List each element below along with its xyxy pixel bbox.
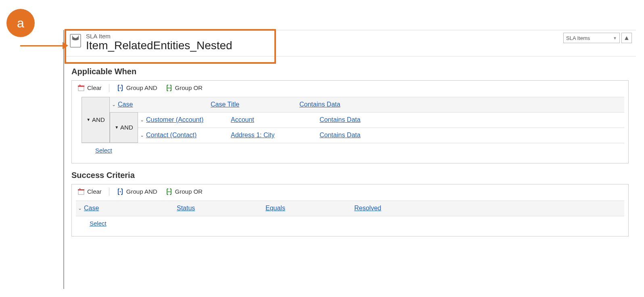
applicable-when-conditions: ▼ AND ⌄ Case Case Title	[72, 95, 628, 163]
entity-type-label: SLA Item	[86, 33, 232, 40]
group-or-icon	[165, 188, 173, 195]
success-criteria-section: Success Criteria Clear Group AND Group O…	[64, 167, 636, 240]
select-row: Select	[76, 216, 624, 230]
group-and-icon	[117, 84, 124, 92]
callout-arrow-head	[63, 42, 68, 49]
operator-link[interactable]: Equals	[266, 205, 354, 212]
callout-arrow-line	[20, 45, 67, 46]
callout-badge: a	[6, 9, 35, 37]
group-or-button[interactable]: Group OR	[162, 186, 206, 197]
clear-label: Clear	[87, 188, 102, 195]
condition-tree: ▼ AND ⌄ Case Case Title	[82, 97, 624, 143]
clear-button[interactable]: Clear	[74, 186, 105, 197]
toolbar-separator	[109, 84, 109, 92]
group-and-label: Group AND	[126, 84, 157, 91]
caret-down-icon: ▼	[115, 125, 119, 130]
svg-rect-7	[78, 190, 84, 195]
success-criteria-toolbar: Clear Group AND Group OR	[72, 184, 628, 199]
svg-point-4	[119, 87, 121, 88]
group-or-button[interactable]: Group OR	[162, 82, 206, 94]
field-link[interactable]: Status	[177, 205, 266, 212]
record-header: SLA Item Item_RelatedEntities_Nested SLA…	[64, 30, 636, 56]
app-frame: SLA Item Item_RelatedEntities_Nested SLA…	[63, 30, 636, 289]
entity-link[interactable]: Customer (Account)	[146, 116, 231, 123]
svg-rect-2	[78, 86, 84, 91]
arrow-up-icon: ▲	[623, 34, 630, 42]
svg-rect-8	[78, 189, 84, 190]
header-text: SLA Item Item_RelatedEntities_Nested	[86, 33, 232, 52]
success-criteria-conditions: ⌄ Case Status Equals Resolved Select	[72, 199, 628, 236]
group-and-button[interactable]: Group AND	[113, 82, 161, 94]
callout-letter: a	[17, 16, 24, 31]
entity-icon	[68, 33, 83, 48]
operator-link[interactable]: Contains Data	[299, 101, 388, 108]
value-link[interactable]: Resolved	[354, 205, 443, 212]
inner-and-label: AND	[120, 124, 133, 131]
entity-link[interactable]: Case	[118, 101, 211, 108]
condition-row-case: ⌄ Case Case Title Contains Data	[110, 97, 624, 112]
select-link[interactable]: Select	[90, 220, 107, 227]
svg-point-5	[167, 87, 169, 88]
clear-icon	[77, 84, 85, 92]
group-or-label: Group OR	[175, 188, 203, 195]
clear-icon	[77, 188, 85, 195]
group-or-label: Group OR	[175, 84, 203, 91]
condition-row-contact: ⌄ Contact (Contact) Address 1: City Cont…	[138, 128, 624, 143]
operator-link[interactable]: Contains Data	[320, 132, 408, 139]
chevron-down-icon[interactable]: ⌄	[138, 132, 146, 138]
success-criteria-panel: Clear Group AND Group OR ⌄ Case Status E…	[71, 184, 629, 236]
svg-point-11	[169, 191, 170, 192]
navigate-up-button[interactable]: ▲	[621, 33, 632, 43]
navigator-selected-label: SLA Items	[566, 35, 590, 41]
group-and-button[interactable]: Group AND	[113, 186, 161, 197]
svg-rect-3	[78, 86, 84, 87]
success-criteria-title: Success Criteria	[71, 171, 629, 180]
svg-point-9	[119, 191, 121, 192]
inner-and-group[interactable]: ▼ AND	[110, 112, 138, 143]
entity-link[interactable]: Contact (Contact)	[146, 132, 231, 139]
field-link[interactable]: Account	[231, 116, 320, 123]
caret-down-icon: ▼	[86, 117, 90, 122]
outer-and-group[interactable]: ▼ AND	[82, 97, 110, 143]
outer-and-label: AND	[92, 116, 105, 123]
record-title: Item_RelatedEntities_Nested	[86, 40, 232, 52]
svg-point-10	[167, 191, 169, 192]
svg-point-1	[75, 36, 77, 38]
clear-button[interactable]: Clear	[74, 82, 105, 94]
entity-link[interactable]: Case	[84, 205, 177, 212]
svg-point-6	[169, 87, 170, 88]
group-or-icon	[165, 84, 173, 92]
chevron-down-icon[interactable]: ⌄	[110, 102, 118, 107]
chevron-down-icon: ▼	[613, 36, 617, 40]
applicable-when-title: Applicable When	[71, 67, 629, 76]
applicable-when-panel: Clear Group AND Group OR	[71, 80, 629, 163]
operator-link[interactable]: Contains Data	[320, 116, 408, 123]
condition-row-customer: ⌄ Customer (Account) Account Contains Da…	[138, 112, 624, 128]
group-and-icon	[117, 188, 124, 195]
header-right-controls: SLA Items ▼ ▲	[563, 33, 632, 43]
navigator-dropdown[interactable]: SLA Items ▼	[563, 33, 620, 43]
clear-label: Clear	[87, 84, 102, 91]
inner-group-container: ▼ AND ⌄ Customer (Account) Account	[110, 112, 624, 143]
applicable-when-section: Applicable When Clear Group AND Group OR	[64, 56, 636, 167]
group-and-label: Group AND	[126, 188, 157, 195]
select-link[interactable]: Select	[95, 147, 112, 154]
field-link[interactable]: Case Title	[211, 101, 299, 108]
select-row: Select	[82, 143, 624, 157]
chevron-down-icon[interactable]: ⌄	[138, 117, 146, 123]
applicable-when-toolbar: Clear Group AND Group OR	[72, 81, 628, 95]
chevron-down-icon[interactable]: ⌄	[76, 205, 84, 211]
condition-row-status: ⌄ Case Status Equals Resolved	[76, 201, 624, 216]
toolbar-separator	[109, 188, 109, 196]
field-link[interactable]: Address 1: City	[231, 132, 320, 139]
